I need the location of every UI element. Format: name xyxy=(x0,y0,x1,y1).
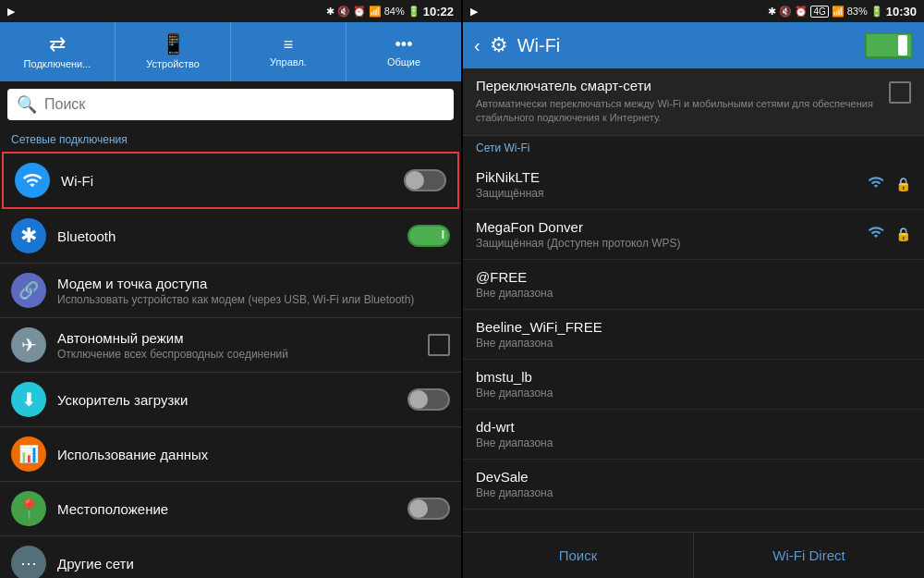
download-icon: ⬇ xyxy=(11,382,46,417)
airplane-checkbox[interactable] xyxy=(428,334,450,356)
tab-bar: ⇄ Подключени... 📱 Устройство ≡ Управл. •… xyxy=(0,22,461,81)
data-icon: 📊 xyxy=(11,437,46,472)
wifi-master-toggle[interactable] xyxy=(865,32,913,58)
settings-item-modem[interactable]: 🔗 Модем и точка доступа Использовать уст… xyxy=(0,264,461,318)
beeline-name: Beeline_WiFi_FREE xyxy=(476,319,911,335)
left-panel: ▶ ✱ 🔇 ⏰ 📶 ✱ 🔇 ⏰ 📶 84% 84% 🔋 10:22 ⇄ Подк… xyxy=(0,0,461,578)
wifi-direct-button[interactable]: Wi-Fi Direct xyxy=(694,533,924,578)
settings-gear-icon[interactable]: ⚙ xyxy=(490,33,508,57)
modem-icon: 🔗 xyxy=(11,273,46,308)
search-input[interactable] xyxy=(44,96,444,113)
left-status-left: ▶ xyxy=(7,6,15,18)
wifi-icon xyxy=(15,163,50,198)
ddwrt-status: Вне диапазона xyxy=(476,437,911,449)
piknik-lock-icon: 🔒 xyxy=(895,177,911,191)
network-item-devsale[interactable]: DevSale Вне диапазона xyxy=(463,460,924,510)
wifi-bottom-bar: Поиск Wi-Fi Direct xyxy=(463,532,924,578)
settings-item-data[interactable]: 📊 Использование данных xyxy=(0,427,461,482)
smart-switch-title: Переключатель смарт-сети xyxy=(476,78,880,93)
battery-percent: 84% xyxy=(384,6,405,17)
device-icon: 📱 xyxy=(161,34,186,55)
settings-item-wifi[interactable]: Wi-Fi xyxy=(2,152,459,209)
network-item-free[interactable]: @FREE Вне диапазона xyxy=(463,260,924,310)
right-status-right: ✱ 🔇 ⏰ 4G 📶 83% 🔋 10:30 xyxy=(768,5,917,18)
modem-subtitle: Использовать устройство как модем (через… xyxy=(57,293,450,306)
piknik-status: Защищённая xyxy=(476,187,857,200)
other-title: Другие сети xyxy=(57,556,450,572)
beeline-text: Beeline_WiFi_FREE Вне диапазона xyxy=(476,319,911,350)
bluetooth-toggle[interactable] xyxy=(407,225,450,247)
smart-switch-checkbox[interactable] xyxy=(889,81,911,104)
piknik-name: PikNikLTE xyxy=(476,169,857,185)
wifi-header: ‹ ⚙ Wi-Fi xyxy=(463,22,924,68)
alarm-icon: ⏰ xyxy=(353,6,366,18)
right-time: 10:30 xyxy=(886,5,917,18)
piknik-signal-icon xyxy=(866,174,886,195)
controls-icon: ≡ xyxy=(284,36,294,53)
download-toggle[interactable] xyxy=(407,388,450,411)
megafon-name: MegaFon Donver xyxy=(476,219,857,235)
bmstu-text: bmstu_lb Вне диапазона xyxy=(476,369,911,400)
tab-device[interactable]: 📱 Устройство xyxy=(116,22,231,81)
download-text: Ускоритель загрузки xyxy=(57,392,396,408)
piknik-text: PikNikLTE Защищённая xyxy=(476,169,857,200)
tab-controls[interactable]: ≡ Управл. xyxy=(231,22,346,81)
network-item-piknik[interactable]: PikNikLTE Защищённая 🔒 xyxy=(463,160,924,210)
right-status-bar: ▶ ✱ 🔇 ⏰ 4G 📶 83% 🔋 10:30 xyxy=(463,0,924,22)
network-item-ddwrt[interactable]: dd-wrt Вне диапазона xyxy=(463,410,924,460)
settings-item-download[interactable]: ⬇ Ускоритель загрузки xyxy=(0,373,461,427)
other-icon: ⋯ xyxy=(11,546,46,578)
tab-controls-label: Управл. xyxy=(270,56,307,68)
left-status-right: ✱ 🔇 ⏰ 📶 ✱ 🔇 ⏰ 📶 84% 84% 🔋 10:22 xyxy=(326,5,454,18)
tab-general[interactable]: ••• Общие xyxy=(346,22,461,81)
right-alarm-icon: ⏰ xyxy=(795,6,808,18)
smart-switch-section[interactable]: Переключатель смарт-сети Автоматически п… xyxy=(463,68,924,136)
right-battery-icon: 🔋 xyxy=(870,6,883,18)
location-toggle[interactable] xyxy=(407,498,450,520)
mute-icon: 🔇 xyxy=(337,6,350,18)
bt-icon: ✱ xyxy=(326,6,334,18)
ddwrt-text: dd-wrt Вне диапазона xyxy=(476,419,911,449)
settings-list: Wi-Fi ✱ Bluetooth 🔗 Модем и точка доступ… xyxy=(0,152,461,578)
left-status-bar: ▶ ✱ 🔇 ⏰ 📶 ✱ 🔇 ⏰ 📶 84% 84% 🔋 10:22 xyxy=(0,0,461,22)
back-button[interactable]: ‹ xyxy=(474,35,480,56)
general-icon: ••• xyxy=(395,36,413,53)
settings-item-other[interactable]: ⋯ Другие сети xyxy=(0,536,461,578)
tab-connections[interactable]: ⇄ Подключени... xyxy=(0,22,116,81)
wifi-header-title: Wi-Fi xyxy=(517,35,856,56)
airplane-text: Автономный режим Отключение всех беспров… xyxy=(57,330,417,361)
bmstu-status: Вне диапазона xyxy=(476,387,911,400)
bmstu-name: bmstu_lb xyxy=(476,369,911,385)
smart-switch-subtitle: Автоматически переключаться между Wi-Fi … xyxy=(476,97,880,126)
free-name: @FREE xyxy=(476,269,911,285)
left-time: 10:22 xyxy=(423,5,454,18)
settings-item-bluetooth[interactable]: ✱ Bluetooth xyxy=(0,209,461,264)
settings-item-airplane[interactable]: ✈ Автономный режим Отключение всех беспр… xyxy=(0,318,461,373)
network-item-megafon[interactable]: MegaFon Donver Защищённая (Доступен прот… xyxy=(463,210,924,260)
data-title: Использование данных xyxy=(57,447,450,462)
wifi-text: Wi-Fi xyxy=(61,173,393,189)
wifi-toggle-bar xyxy=(898,35,907,55)
wifi-toggle[interactable] xyxy=(404,169,446,191)
free-status: Вне диапазона xyxy=(476,287,911,300)
network-item-beeline[interactable]: Beeline_WiFi_FREE Вне диапазона xyxy=(463,310,924,360)
location-title: Местоположение xyxy=(57,501,396,517)
play-icon: ▶ xyxy=(7,6,15,18)
right-panel: ▶ ✱ 🔇 ⏰ 4G 📶 83% 🔋 10:30 ‹ ⚙ Wi-Fi Перек… xyxy=(463,0,924,578)
airplane-subtitle: Отключение всех беспроводных соединений xyxy=(57,348,417,361)
right-status-left: ▶ xyxy=(470,6,478,18)
network-item-bmstu[interactable]: bmstu_lb Вне диапазона xyxy=(463,360,924,410)
wifi-search-button[interactable]: Поиск xyxy=(463,533,694,578)
wifi-network-list: PikNikLTE Защищённая 🔒 MegaFon Donver За… xyxy=(463,160,924,532)
settings-item-location[interactable]: 📍 Местоположение xyxy=(0,482,461,536)
free-text: @FREE Вне диапазона xyxy=(476,269,911,300)
download-title: Ускоритель загрузки xyxy=(57,392,396,408)
devsale-name: DevSale xyxy=(476,469,911,485)
right-bt-icon: ✱ xyxy=(768,6,776,18)
tab-general-label: Общие xyxy=(387,56,420,68)
megafon-lock-icon: 🔒 xyxy=(895,227,911,241)
devsale-text: DevSale Вне диапазона xyxy=(476,469,911,499)
search-bar: 🔍 xyxy=(7,89,454,120)
wifi-section-header: Сети Wi-Fi xyxy=(463,136,924,160)
battery-icon: 🔋 xyxy=(407,6,420,18)
